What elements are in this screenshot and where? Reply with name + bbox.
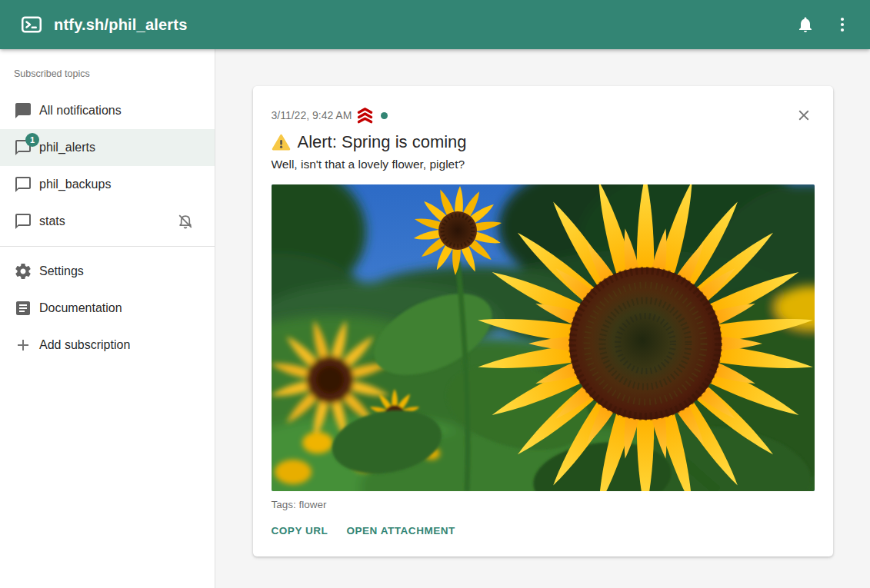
appbar: ntfy.sh/phil_alerts xyxy=(0,0,870,49)
notification-actions: COPY URL OPEN ATTACHMENT xyxy=(265,517,815,544)
sidebar-item-label: Settings xyxy=(39,264,202,278)
sidebar-item-phil-backups[interactable]: phil_backups xyxy=(0,166,215,203)
ntfy-terminal-logo-icon xyxy=(20,13,43,36)
warning-emoji-icon xyxy=(272,133,291,152)
sidebar-item-documentation[interactable]: Documentation xyxy=(0,290,215,327)
gear-icon xyxy=(14,262,32,281)
copy-url-button[interactable]: COPY URL xyxy=(265,517,335,544)
unread-dot xyxy=(381,112,388,119)
notification-title: Alert: Spring is coming xyxy=(298,131,467,153)
plus-icon xyxy=(14,336,32,354)
sidebar-item-label: All notifications xyxy=(39,104,202,118)
notification-tags: Tags: flower xyxy=(272,499,815,510)
chat-bubble-filled-icon xyxy=(14,101,32,120)
unread-count-badge: 1 xyxy=(25,133,39,147)
sidebar-item-label: phil_backups xyxy=(39,178,202,191)
sidebar-item-settings[interactable]: Settings xyxy=(0,253,215,290)
notification-title-row: Alert: Spring is coming xyxy=(272,131,815,153)
subscribed-topics-label: Subscribed topics xyxy=(0,49,215,92)
notification-timestamp: 3/11/22, 9:42 AM xyxy=(272,109,352,121)
priority-high-icon xyxy=(356,108,374,124)
sidebar-item-phil-alerts[interactable]: 1 phil_alerts xyxy=(0,129,215,166)
chat-bubble-outline-icon xyxy=(14,175,32,194)
notification-header-row: 3/11/22, 9:42 AM xyxy=(272,105,815,126)
sidebar: Subscribed topics All notifications 1 ph… xyxy=(0,49,215,588)
delete-notification-button[interactable] xyxy=(793,105,815,126)
sidebar-item-all-notifications[interactable]: All notifications xyxy=(0,92,215,129)
main-content: 3/11/22, 9:42 AM xyxy=(215,49,870,588)
article-icon xyxy=(14,299,32,317)
sidebar-item-label: Add subscription xyxy=(39,338,202,352)
notification-body: Well, isn't that a lovely flower, piglet… xyxy=(272,157,815,172)
chat-bubble-outline-icon xyxy=(14,212,32,231)
sidebar-item-label: stats xyxy=(39,214,176,228)
sidebar-item-stats[interactable]: stats xyxy=(0,203,215,240)
sidebar-item-label: phil_alerts xyxy=(39,141,202,154)
notifications-muted-icon xyxy=(176,212,195,231)
chat-bubble-outline-icon: 1 xyxy=(14,138,32,157)
sidebar-divider xyxy=(0,246,215,247)
notification-meta: 3/11/22, 9:42 AM xyxy=(272,108,388,124)
attachment-image-sunflowers[interactable] xyxy=(272,184,815,491)
notification-card: 3/11/22, 9:42 AM xyxy=(253,86,833,556)
notifications-bell-button[interactable] xyxy=(787,6,824,43)
appbar-title: ntfy.sh/phil_alerts xyxy=(54,16,187,34)
close-icon xyxy=(795,107,812,124)
overflow-menu-button[interactable] xyxy=(824,6,861,43)
bell-icon xyxy=(796,15,815,34)
sidebar-item-add-subscription[interactable]: Add subscription xyxy=(0,327,215,364)
kebab-menu-icon xyxy=(833,15,852,34)
sidebar-item-label: Documentation xyxy=(39,301,202,315)
open-attachment-button[interactable]: OPEN ATTACHMENT xyxy=(340,517,462,544)
